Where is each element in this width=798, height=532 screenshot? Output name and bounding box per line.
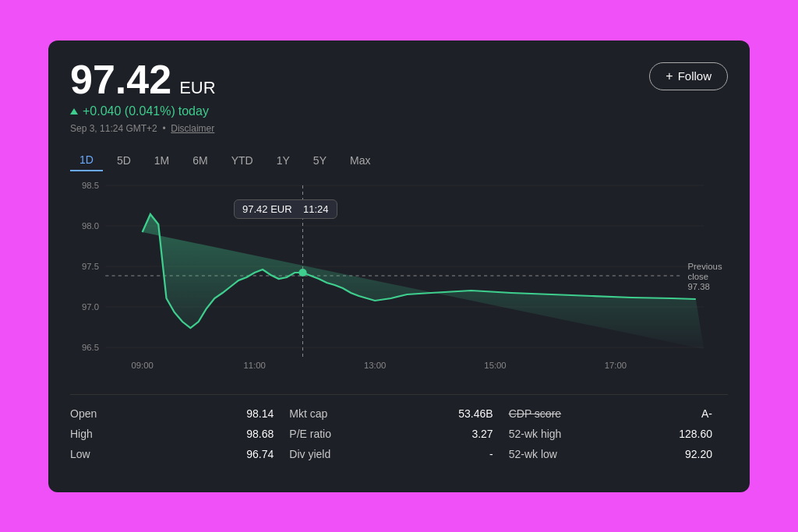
stat-pe-label: P/E ratio xyxy=(289,428,331,440)
svg-text:09:00: 09:00 xyxy=(131,361,153,370)
plus-icon: + xyxy=(666,69,673,83)
price-meta: Sep 3, 11:24 GMT+2 • Disclaimer xyxy=(70,123,216,134)
stat-low-value: 96.74 xyxy=(246,448,274,460)
svg-text:98.0: 98.0 xyxy=(82,221,99,231)
tab-1d[interactable]: 1D xyxy=(70,150,103,171)
stat-open: Open 98.14 xyxy=(70,407,289,420)
price-section: 97.42 EUR +0.040 (0.041%) today Sep 3, 1… xyxy=(70,59,216,134)
svg-text:97.5: 97.5 xyxy=(82,262,99,271)
stat-open-label: Open xyxy=(70,407,97,420)
stat-52low: 52-wk low 92.20 xyxy=(509,448,728,460)
tab-5d[interactable]: 5D xyxy=(108,150,140,171)
stat-low-label: Low xyxy=(70,448,90,460)
stat-high-label: High xyxy=(70,428,93,440)
stat-cdp: CDP score A- xyxy=(509,407,728,420)
stat-low: Low 96.74 xyxy=(70,448,289,460)
stat-high: High 98.68 xyxy=(70,428,289,440)
main-price: 97.42 EUR xyxy=(70,59,216,100)
tab-max[interactable]: Max xyxy=(341,150,380,171)
price-value: 97.42 xyxy=(70,59,171,100)
stats-col-3: CDP score A- 52-wk high 128.60 52-wk low… xyxy=(509,407,728,460)
svg-text:Previous: Previous xyxy=(688,262,722,271)
svg-text:13:00: 13:00 xyxy=(364,361,386,370)
disclaimer-link[interactable]: Disclaimer xyxy=(171,123,214,134)
stat-divyield: Div yield - xyxy=(289,448,508,460)
svg-text:15:00: 15:00 xyxy=(484,361,506,370)
tab-ytd[interactable]: YTD xyxy=(222,150,263,171)
svg-text:96.5: 96.5 xyxy=(82,343,99,352)
stat-mktcap-value: 53.46B xyxy=(458,407,493,420)
price-chart[interactable]: 98.5 98.0 97.5 97.0 96.5 09:00 11:00 13:… xyxy=(70,178,728,380)
svg-text:17:00: 17:00 xyxy=(605,361,627,370)
price-currency: EUR xyxy=(179,78,215,98)
price-change-value: +0.040 (0.041%) xyxy=(83,104,175,118)
tab-1m[interactable]: 1M xyxy=(145,150,178,171)
stats-section: Open 98.14 High 98.68 Low 96.74 Mkt cap … xyxy=(70,394,728,460)
stat-52low-label: 52-wk low xyxy=(509,448,557,460)
stats-col-1: Open 98.14 High 98.68 Low 96.74 xyxy=(70,407,289,460)
stat-mktcap: Mkt cap 53.46B xyxy=(289,407,508,420)
price-meta-date: Sep 3, 11:24 GMT+2 xyxy=(70,123,157,134)
svg-text:97.0: 97.0 xyxy=(82,302,99,312)
follow-label: Follow xyxy=(678,69,711,83)
svg-text:98.5: 98.5 xyxy=(82,181,99,190)
stat-52low-value: 92.20 xyxy=(685,448,712,460)
stock-card: 97.42 EUR +0.040 (0.041%) today Sep 3, 1… xyxy=(48,41,750,492)
stat-high-value: 98.68 xyxy=(246,428,274,440)
stat-52high-label: 52-wk high xyxy=(509,428,562,440)
price-change-label: today xyxy=(178,104,209,118)
tab-5y[interactable]: 5Y xyxy=(304,150,336,171)
follow-button[interactable]: + Follow xyxy=(649,62,728,90)
arrow-up-icon xyxy=(70,108,78,115)
stat-pe-value: 3.27 xyxy=(471,428,493,440)
time-range-tabs: 1D 5D 1M 6M YTD 1Y 5Y Max xyxy=(70,150,728,171)
stat-52high: 52-wk high 128.60 xyxy=(509,428,728,440)
price-change: +0.040 (0.041%) today xyxy=(70,104,216,118)
header-row: 97.42 EUR +0.040 (0.041%) today Sep 3, 1… xyxy=(70,59,728,134)
stat-cdp-value: A- xyxy=(701,407,712,420)
stat-cdp-label: CDP score xyxy=(509,407,561,420)
stat-mktcap-label: Mkt cap xyxy=(289,407,327,420)
svg-text:97.38: 97.38 xyxy=(688,282,710,291)
stat-divyield-value: - xyxy=(489,448,493,460)
chart-container: 98.5 98.0 97.5 97.0 96.5 09:00 11:00 13:… xyxy=(70,178,728,380)
svg-point-17 xyxy=(298,269,306,277)
tab-1y[interactable]: 1Y xyxy=(267,150,299,171)
stat-52high-value: 128.60 xyxy=(679,428,712,440)
stat-open-value: 98.14 xyxy=(246,407,274,420)
tab-6m[interactable]: 6M xyxy=(183,150,217,171)
stat-divyield-label: Div yield xyxy=(289,448,330,460)
stat-pe: P/E ratio 3.27 xyxy=(289,428,508,440)
svg-text:close: close xyxy=(688,272,708,281)
svg-text:11:00: 11:00 xyxy=(244,361,266,370)
stats-col-2: Mkt cap 53.46B P/E ratio 3.27 Div yield … xyxy=(289,407,508,460)
